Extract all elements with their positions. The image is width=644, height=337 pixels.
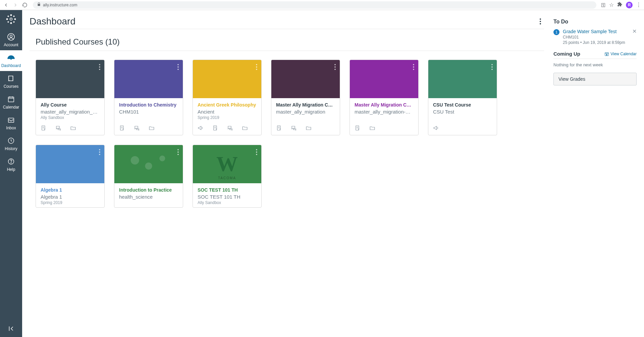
discussion-icon[interactable]	[227, 125, 233, 131]
profile-avatar[interactable]: R	[626, 2, 633, 8]
nav-help[interactable]: Help	[0, 154, 22, 175]
forward-button[interactable]	[12, 2, 19, 8]
course-code: master_ally_migration_RG	[41, 109, 100, 115]
card-options-button[interactable]	[334, 64, 336, 71]
view-grades-button[interactable]: View Grades	[553, 73, 637, 85]
announce-icon[interactable]	[433, 125, 439, 131]
course-card[interactable]: Introduction to Practice health_science	[114, 145, 183, 208]
todo-dismiss-button[interactable]: ✕	[632, 28, 637, 35]
course-title[interactable]: SOC TEST 101 TH	[198, 187, 257, 193]
files-icon[interactable]	[242, 125, 248, 131]
chrome-menu-icon[interactable]: ⋮	[636, 2, 641, 8]
browser-chrome: ally.instructure.com ⚿ ☆ R ⋮	[0, 0, 644, 10]
course-card[interactable]: Master Ally Migration Course--AJW master…	[271, 60, 340, 135]
nav-history[interactable]: History	[0, 133, 22, 154]
svg-point-22	[99, 69, 100, 70]
course-card[interactable]: Introduction to Chemistry CHM101	[114, 60, 183, 135]
todo-link[interactable]: Grade Water Sample Test	[563, 29, 625, 34]
course-card-header	[350, 60, 418, 98]
files-icon[interactable]	[70, 125, 76, 131]
extensions-icon[interactable]	[617, 2, 623, 8]
course-code: Ancient	[198, 109, 257, 115]
course-title[interactable]: Introduction to Practice	[119, 187, 178, 193]
canvas-logo-icon[interactable]	[5, 13, 17, 25]
nav-calendar[interactable]: Calendar	[0, 92, 22, 113]
discussion-icon[interactable]	[291, 125, 297, 131]
assignment-icon[interactable]	[355, 125, 361, 131]
dashboard-options-button[interactable]	[537, 16, 544, 26]
assignment-icon[interactable]	[276, 125, 282, 131]
svg-point-19	[540, 23, 541, 24]
card-options-button[interactable]	[99, 64, 100, 71]
nav-inbox[interactable]: Inbox	[0, 113, 22, 133]
assignment-icon[interactable]	[212, 125, 218, 131]
files-icon[interactable]	[149, 125, 155, 131]
course-title[interactable]: CSU Test Course	[433, 102, 492, 108]
course-card[interactable]: SOC TEST 101 TH SOC TEST 101 TH Ally San…	[193, 145, 262, 208]
course-card[interactable]: Ancient Greek Philosophy Ancient Spring …	[193, 60, 262, 135]
svg-rect-12	[8, 97, 14, 102]
address-bar[interactable]: ally.instructure.com	[33, 1, 596, 9]
card-options-button[interactable]	[177, 64, 179, 71]
course-title[interactable]: Algebra 1	[41, 187, 100, 193]
course-card[interactable]: Master Ally Migration Course--RM... mast…	[350, 60, 419, 135]
course-card[interactable]: CSU Test Course CSU Test	[428, 60, 497, 135]
key-icon[interactable]: ⚿	[601, 2, 606, 8]
svg-rect-13	[8, 118, 14, 123]
svg-point-20	[99, 64, 100, 65]
course-title[interactable]: Master Ally Migration Course--AJW	[276, 102, 335, 108]
svg-point-8	[10, 18, 12, 20]
files-icon[interactable]	[369, 125, 375, 131]
course-title[interactable]: Introduction to Chemistry	[119, 102, 178, 108]
svg-point-17	[540, 18, 541, 20]
course-cards-grid: Ally Course master_ally_migration_RG All…	[30, 60, 544, 208]
card-options-button[interactable]	[177, 149, 179, 156]
course-title[interactable]: Master Ally Migration Course--RM...	[355, 102, 414, 108]
assignment-icon[interactable]	[119, 125, 125, 131]
card-options-button[interactable]	[413, 64, 414, 71]
course-title[interactable]: Ally Course	[41, 102, 100, 108]
nav-courses[interactable]: Courses	[0, 71, 22, 92]
files-icon[interactable]	[306, 125, 312, 131]
svg-point-16	[11, 162, 11, 163]
url-text: ally.instructure.com	[43, 3, 77, 7]
collapse-nav-button[interactable]	[0, 325, 22, 332]
course-card-header	[428, 60, 497, 98]
svg-point-3	[14, 18, 16, 20]
course-term	[355, 115, 414, 120]
card-options-button[interactable]	[491, 64, 493, 71]
content: Dashboard Published Courses (10) Ally Co…	[22, 10, 644, 337]
assignment-icon[interactable]	[41, 125, 47, 131]
course-card[interactable]: Ally Course master_ally_migration_RG All…	[36, 60, 105, 135]
course-card-header	[114, 145, 183, 183]
svg-point-21	[99, 66, 100, 68]
lock-icon	[37, 2, 41, 7]
view-calendar-link[interactable]: 3 View Calendar	[604, 52, 637, 56]
section-title: Published Courses (10)	[30, 33, 544, 51]
course-term: Spring 2019	[198, 115, 257, 120]
star-icon[interactable]: ☆	[609, 2, 614, 8]
course-title[interactable]: Ancient Greek Philosophy	[198, 102, 257, 108]
card-options-button[interactable]	[256, 64, 257, 71]
svg-point-51	[256, 154, 257, 155]
course-term: Spring 2019	[41, 200, 100, 205]
course-code: CSU Test	[433, 109, 492, 115]
svg-point-46	[177, 149, 179, 150]
svg-point-34	[334, 69, 336, 70]
back-button[interactable]	[3, 2, 9, 8]
reload-button[interactable]	[21, 2, 28, 8]
discussion-icon[interactable]	[134, 125, 140, 131]
nav-dashboard[interactable]: Dashboard	[0, 50, 22, 71]
card-options-button[interactable]	[256, 149, 257, 156]
svg-point-47	[177, 151, 179, 153]
course-card-header	[193, 145, 261, 183]
svg-point-6	[7, 21, 9, 22]
announce-icon[interactable]	[198, 125, 204, 131]
todo-course: CHM101	[563, 35, 625, 40]
course-card[interactable]: Algebra 1 Algebra 1 Spring 2019	[36, 145, 105, 208]
discussion-icon[interactable]	[55, 125, 61, 131]
card-options-button[interactable]	[99, 149, 100, 156]
course-term	[433, 115, 492, 120]
nav-account[interactable]: Account	[0, 29, 22, 50]
dashboard-header: Dashboard	[30, 16, 544, 29]
